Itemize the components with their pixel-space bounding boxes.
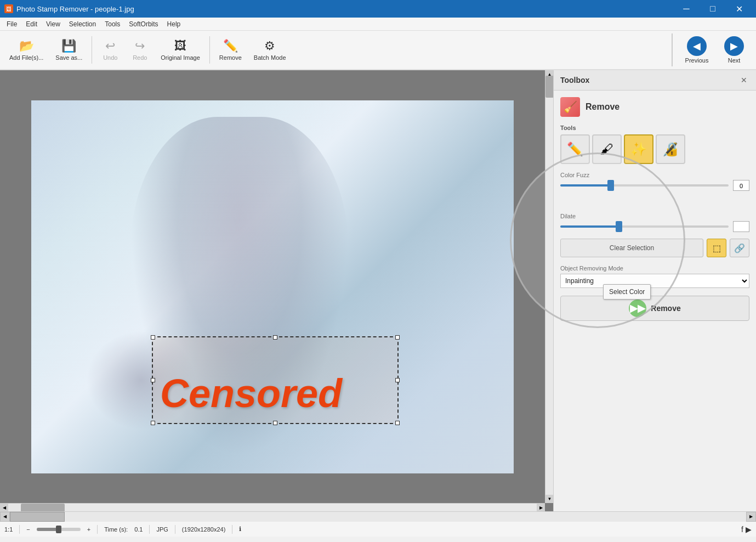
scrollbar-left-btn[interactable]: ◀ xyxy=(0,512,10,522)
selection-handle-bottomright[interactable] xyxy=(395,421,400,425)
selection-handle-topright[interactable] xyxy=(395,335,400,340)
maximize-button[interactable]: □ xyxy=(700,0,725,18)
zoom-ratio: 1:1 xyxy=(4,526,13,533)
selection-mode-lasso-button[interactable]: 🔗 xyxy=(730,239,749,257)
title-bar: 🖼 Photo Stamp Remover - people-1.jpg ─ □… xyxy=(0,0,756,18)
color-fuzz-track[interactable] xyxy=(560,184,729,187)
stamp-tool-button[interactable]: 🔏 xyxy=(656,134,685,164)
status-bar: 1:1 − + Time (s): 0.1 JPG (1920x1280x24)… xyxy=(0,521,756,537)
zoom-slider-fill xyxy=(37,528,59,531)
menu-help[interactable]: Help xyxy=(163,19,185,29)
original-image-button[interactable]: 🖼 Original Image xyxy=(156,36,205,64)
add-files-label: Add File(s)... xyxy=(9,54,43,61)
pencil-tool-button[interactable]: ✏️ xyxy=(560,134,590,164)
zoom-info: 1:1 xyxy=(4,526,13,533)
scroll-down-arrow[interactable]: ▼ xyxy=(545,495,553,503)
menu-file[interactable]: File xyxy=(2,19,21,29)
scroll-right-arrow[interactable]: ▶ xyxy=(537,504,545,511)
brush-tool-button[interactable]: 🖌 xyxy=(592,134,622,164)
selection-mode-rect-button[interactable]: ⬚ xyxy=(707,239,726,257)
remove-icon-box: 🧹 xyxy=(560,97,580,117)
select-color-tooltip: Select Color xyxy=(603,284,651,300)
zoom-minus[interactable]: − xyxy=(26,526,30,533)
previous-button[interactable]: ◀ Previous xyxy=(679,33,714,66)
color-fuzz-row: Color Fuzz 0 xyxy=(560,172,749,191)
status-sep-1 xyxy=(19,525,20,534)
dilate-value[interactable] xyxy=(733,221,749,232)
menu-edit[interactable]: Edit xyxy=(21,19,42,29)
photo-container: Censored xyxy=(0,70,545,503)
color-fuzz-slider-container: 0 xyxy=(560,180,749,191)
zoom-plus[interactable]: + xyxy=(87,526,90,533)
selection-handle-midleft[interactable] xyxy=(151,378,155,382)
selection-handle-topleft[interactable] xyxy=(151,335,155,340)
canvas-area[interactable]: Censored ▲ ▼ ◀ xyxy=(0,70,553,511)
color-fuzz-value[interactable]: 0 xyxy=(733,180,749,191)
clear-selection-button[interactable]: Clear Selection xyxy=(560,239,703,257)
toolbar: 📂 Add File(s)... 💾 Save as... ↩ Undo ↪ R… xyxy=(0,31,756,70)
toolbox-panel: Toolbox ✕ 🧹 Remove Tools ✏️ 🖌 xyxy=(553,70,756,511)
horizontal-scrollbar[interactable]: ◀ ▶ xyxy=(0,503,545,511)
undo-button[interactable]: ↩ Undo xyxy=(96,36,124,64)
scroll-thumb-horizontal[interactable] xyxy=(21,504,65,511)
remove-label: Remove xyxy=(219,54,242,61)
save-as-button[interactable]: 💾 Save as... xyxy=(50,36,87,64)
stamp-icon: 🔏 xyxy=(662,142,679,157)
go-icon: ▶▶ xyxy=(630,302,645,314)
scrollbar-right-btn[interactable]: ▶ xyxy=(746,512,756,522)
remove-action-button[interactable]: ▶▶ Remove xyxy=(560,296,749,321)
save-label: Save as... xyxy=(55,54,82,61)
remove-button-toolbar[interactable]: ✏️ Remove xyxy=(214,36,247,64)
menu-selection[interactable]: Selection xyxy=(65,19,100,29)
scrollbar-handle[interactable] xyxy=(10,512,65,522)
scrollbar-track[interactable] xyxy=(10,512,746,522)
selection-handle-topmid[interactable] xyxy=(273,335,277,340)
menu-view[interactable]: View xyxy=(42,19,65,29)
dilate-thumb[interactable] xyxy=(616,221,622,232)
object-removing-mode-label: Object Removing Mode xyxy=(560,265,749,272)
toolbox-body: 🧹 Remove Tools ✏️ 🖌 ✨ xyxy=(554,91,756,511)
selection-handle-bottommid[interactable] xyxy=(273,421,277,425)
dimensions-label: (1920x1280x24) xyxy=(182,526,226,533)
scroll-left-arrow[interactable]: ◀ xyxy=(0,504,8,511)
object-removing-mode-select[interactable]: Inpainting Content-Aware Fill Blur xyxy=(560,274,749,288)
color-fuzz-fill xyxy=(560,184,611,187)
toolbox-title: Toolbox xyxy=(560,76,589,84)
status-sep-3 xyxy=(149,525,150,534)
toolbox-close-button[interactable]: ✕ xyxy=(738,75,749,86)
batch-mode-button[interactable]: ⚙ Batch Mode xyxy=(249,36,291,64)
status-sep-5 xyxy=(232,525,232,534)
menu-tools[interactable]: Tools xyxy=(100,19,124,29)
menu-softorbits[interactable]: SoftOrbits xyxy=(124,19,162,29)
zoom-slider[interactable] xyxy=(37,528,81,531)
title-bar-controls: ─ □ ✕ xyxy=(674,0,752,18)
color-fuzz-thumb[interactable] xyxy=(607,180,614,191)
redo-button[interactable]: ↪ Redo xyxy=(126,36,154,64)
next-button[interactable]: ▶ Next xyxy=(717,33,752,66)
facebook-icon[interactable]: f xyxy=(741,525,743,534)
clear-selection-label: Clear Selection xyxy=(610,244,654,252)
zoom-slider-thumb[interactable] xyxy=(56,526,61,533)
title-bar-left: 🖼 Photo Stamp Remover - people-1.jpg xyxy=(4,4,134,13)
nav-controls: ◀ Previous ▶ Next xyxy=(672,33,752,66)
youtube-icon[interactable]: ▶ xyxy=(746,525,752,534)
minimize-button[interactable]: ─ xyxy=(674,0,699,18)
remove-header: 🧹 Remove xyxy=(560,97,749,117)
add-files-button[interactable]: 📂 Add File(s)... xyxy=(4,36,48,64)
format-label: JPG xyxy=(156,526,168,533)
tools-section-label: Tools xyxy=(560,125,749,131)
clear-selection-row: Clear Selection ⬚ 🔗 xyxy=(560,239,749,257)
magic-wand-tool-button[interactable]: ✨ xyxy=(624,134,653,164)
main-area: Censored ▲ ▼ ◀ xyxy=(0,70,756,511)
vertical-scrollbar[interactable]: ▲ ▼ xyxy=(545,70,553,503)
dilate-track[interactable] xyxy=(560,225,729,228)
scroll-thumb-vertical[interactable] xyxy=(545,76,553,98)
info-icon[interactable]: ℹ xyxy=(239,526,241,533)
selection-box[interactable] xyxy=(152,336,399,424)
selection-handle-bottomleft[interactable] xyxy=(151,421,155,425)
selection-handle-midright[interactable] xyxy=(395,378,400,382)
close-button[interactable]: ✕ xyxy=(726,0,752,18)
next-icon: ▶ xyxy=(724,36,744,56)
brush-icon: 🖌 xyxy=(600,142,613,157)
batch-icon: ⚙ xyxy=(264,39,275,53)
